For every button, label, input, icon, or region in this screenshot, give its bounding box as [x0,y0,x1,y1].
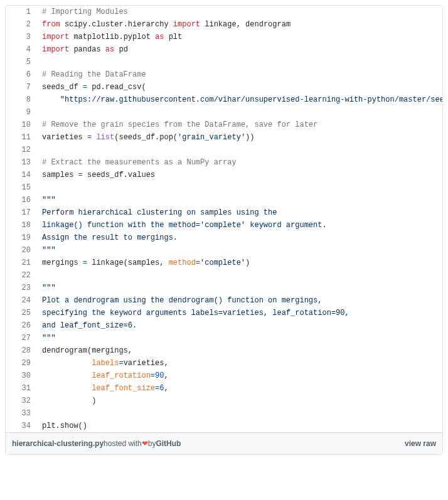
token: )) [245,133,254,142]
code-line: 9 [6,106,442,119]
code-line: 6# Reading the DataFrame [6,68,442,81]
line-number[interactable]: 19 [6,231,37,244]
line-number[interactable]: 34 [6,420,37,432]
token: ) [245,258,250,267]
line-number[interactable]: 22 [6,269,37,282]
line-number[interactable]: 28 [6,344,37,357]
code-line: 13# Extract the measurements as a NumPy … [6,156,442,169]
token: leaf_font_size [92,384,155,393]
token: 'complete' [200,258,245,267]
github-link[interactable]: GitHub [156,439,181,448]
line-content: and leaf_font_size=6. [37,319,442,332]
line-content [37,181,442,194]
line-number[interactable]: 12 [6,144,37,156]
line-number[interactable]: 6 [6,68,37,81]
line-number[interactable]: 4 [6,43,37,56]
line-number[interactable]: 2 [6,18,37,31]
code-line: 5 [6,56,442,68]
line-content: "https://raw.githubusercontent.com/vihar… [37,93,442,106]
token: linkage, dendrogram [200,20,291,29]
line-content: seeds_df = pd.read_csv( [37,81,442,93]
token: matplotlib.pyplot [69,33,155,41]
line-number[interactable]: 20 [6,244,37,257]
view-raw-link[interactable]: view raw [405,439,436,448]
line-number[interactable]: 17 [6,206,37,219]
token: pd.read_csv( [87,83,146,92]
line-content: varieties = list(seeds_df.pop('grain_var… [37,131,442,144]
line-content: Plot a dendrogram using the dendrogram()… [37,294,442,307]
line-number[interactable]: 16 [6,194,37,206]
line-number[interactable]: 26 [6,319,37,332]
line-content: import matplotlib.pyplot as plt [37,31,442,43]
line-number[interactable]: 31 [6,382,37,395]
token: as [155,33,164,41]
token: method [169,258,196,267]
line-content: # Reading the DataFrame [37,68,442,81]
line-number[interactable]: 11 [6,131,37,144]
line-number[interactable]: 27 [6,332,37,344]
line-number[interactable]: 14 [6,169,37,181]
code-line: 3import matplotlib.pyplot as plt [6,31,442,43]
line-number[interactable]: 24 [6,294,37,307]
line-number[interactable]: 7 [6,81,37,93]
line-number[interactable]: 33 [6,407,37,420]
code-line: 1# Importing Modules [6,6,442,18]
line-content: leaf_rotation=90, [37,370,442,382]
line-content: # Importing Modules [37,6,442,18]
token: mergings [42,258,83,267]
line-number[interactable]: 3 [6,31,37,43]
line-content [37,407,442,420]
code-line: 27""" [6,332,442,344]
token: linkage() function with the method='comp… [42,221,327,230]
code-line: 30 leaf_rotation=90, [6,370,442,382]
code-scroll[interactable]: 1# Importing Modules2from scipy.cluster.… [6,6,442,432]
line-number[interactable]: 29 [6,357,37,370]
line-number[interactable]: 1 [6,6,37,18]
code-line: 12 [6,144,442,156]
token: """ [42,284,56,292]
gist-meta: hierarchical-clustering.py hosted with ❤… [6,432,442,454]
line-number[interactable]: 30 [6,370,37,382]
gist-container: 1# Importing Modules2from scipy.cluster.… [5,5,443,455]
line-number[interactable]: 32 [6,395,37,407]
line-number[interactable]: 25 [6,307,37,319]
token: import [173,20,200,29]
token [42,95,60,104]
token: """ [42,196,56,205]
token: pandas [69,45,105,54]
token: = [119,359,123,368]
line-number[interactable]: 5 [6,56,37,68]
line-content: from scipy.cluster.hierarchy import link… [37,18,442,31]
line-number[interactable]: 8 [6,93,37,106]
token: = [196,258,200,267]
code-line: 18linkage() function with the method='co… [6,219,442,231]
line-content: plt.show() [37,420,442,432]
line-content: """ [37,282,442,294]
token: labels [92,359,119,368]
line-number[interactable]: 9 [6,106,37,119]
hosted-with-text: hosted with [104,439,142,448]
token: 90 [155,371,164,380]
code-line: 14samples = seeds_df.values [6,169,442,181]
code-line: 8 "https://raw.githubusercontent.com/vih… [6,93,442,106]
line-content: # Extract the measurements as a NumPy ar… [37,156,442,169]
token: (seeds_df.pop( [114,133,178,142]
code-table: 1# Importing Modules2from scipy.cluster.… [6,6,442,432]
code-line: 16""" [6,194,442,206]
line-number[interactable]: 21 [6,257,37,269]
line-number[interactable]: 18 [6,219,37,231]
line-number[interactable]: 10 [6,119,37,131]
line-number[interactable]: 13 [6,156,37,169]
line-number[interactable]: 15 [6,181,37,194]
token: = [83,83,87,92]
line-number[interactable]: 23 [6,282,37,294]
token: specifying the keyword arguments labels=… [42,309,349,317]
token: # Reading the DataFrame [42,70,146,79]
token: as [105,45,114,54]
token: """ [42,246,56,255]
gist-filename-link[interactable]: hierarchical-clustering.py [12,439,104,448]
token: from [42,20,60,29]
token: # Importing Modules [42,8,128,16]
code-line: 11varieties = list(seeds_df.pop('grain_v… [6,131,442,144]
code-line: 15 [6,181,442,194]
